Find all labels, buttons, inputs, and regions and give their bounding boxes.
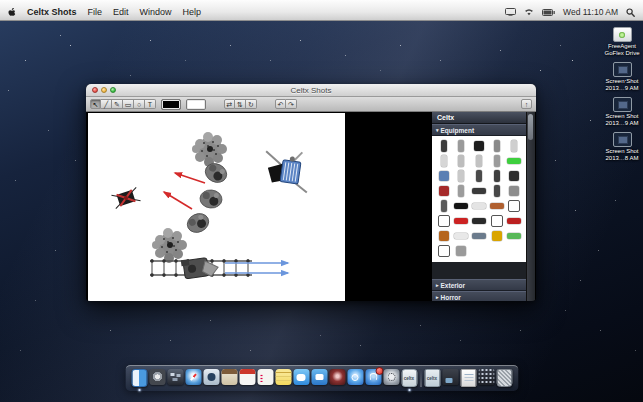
dock-item-documents-stack[interactable] bbox=[460, 369, 476, 388]
boulder-2[interactable] bbox=[199, 189, 222, 209]
camera-crane[interactable] bbox=[261, 147, 312, 192]
tool-button-line[interactable]: ╱ bbox=[101, 99, 112, 109]
arrange-button-flip-horizontal[interactable]: ⇄ bbox=[224, 99, 235, 109]
red-arrow-2[interactable] bbox=[164, 192, 192, 209]
dock-item-launchpad[interactable] bbox=[149, 369, 165, 388]
equipment-item-tank-small[interactable] bbox=[488, 169, 505, 183]
arrange-button-flip-vertical[interactable]: ⇅ bbox=[235, 99, 246, 109]
equipment-item-white-capsule[interactable] bbox=[471, 199, 488, 213]
dock-item-app-store[interactable] bbox=[365, 369, 381, 388]
history-button-undo[interactable]: ↶ bbox=[275, 99, 286, 109]
equipment-item-rifle[interactable] bbox=[471, 184, 488, 198]
equipment-item-truck[interactable] bbox=[488, 139, 505, 153]
apple-menu[interactable] bbox=[8, 8, 16, 17]
spotlight-icon[interactable] bbox=[626, 8, 635, 17]
section-exterior[interactable]: ▸ Exterior bbox=[432, 279, 526, 291]
equipment-item-red-bar[interactable] bbox=[453, 214, 470, 228]
equipment-item-dark-capsule[interactable] bbox=[471, 214, 488, 228]
desktop-icon-screen-shot-1[interactable]: Screen Shot2013…9 AM bbox=[603, 62, 641, 92]
dock-item-system-preferences[interactable] bbox=[383, 369, 399, 388]
equipment-item-blue-cap[interactable] bbox=[435, 169, 452, 183]
section-equipment[interactable]: ▾ Equipment bbox=[432, 124, 526, 136]
fill-color-well[interactable] bbox=[186, 99, 206, 110]
panel-toggle-button[interactable]: ↑ bbox=[521, 99, 532, 109]
red-arrow-1[interactable] bbox=[175, 173, 205, 183]
stroke-color-well[interactable] bbox=[161, 99, 181, 110]
tool-button-pencil[interactable]: ✎ bbox=[112, 99, 123, 109]
dock-item-safari[interactable] bbox=[185, 369, 201, 388]
menu-item[interactable]: File bbox=[88, 7, 103, 17]
equipment-item-motorcycle[interactable] bbox=[506, 169, 523, 183]
dock-item-applications-stack[interactable] bbox=[478, 369, 494, 388]
equipment-item-crate[interactable] bbox=[488, 199, 505, 213]
arrange-button-rotate[interactable]: ↻ bbox=[246, 99, 257, 109]
minimize-button[interactable] bbox=[101, 87, 107, 93]
equipment-item-soldier-2[interactable] bbox=[488, 184, 505, 198]
equipment-item-green-bar[interactable] bbox=[506, 154, 523, 168]
equipment-item-white-cart[interactable] bbox=[435, 244, 452, 258]
equipment-item-white-van[interactable] bbox=[488, 214, 505, 228]
title-bar[interactable]: Celtx Shots bbox=[86, 84, 536, 97]
menu-item[interactable]: Edit bbox=[113, 7, 129, 17]
crashed-vehicle[interactable] bbox=[111, 187, 140, 208]
bush-bottom[interactable] bbox=[152, 228, 187, 263]
tool-button-rectangle[interactable]: ▭ bbox=[123, 99, 134, 109]
dock-item-calendar[interactable] bbox=[239, 369, 255, 388]
equipment-item-ladder[interactable] bbox=[506, 139, 523, 153]
dock-item-facetime[interactable] bbox=[311, 369, 327, 388]
camera-dolly[interactable] bbox=[181, 255, 219, 280]
menu-app-name[interactable]: Celtx Shots bbox=[27, 7, 77, 17]
storyboard-canvas[interactable] bbox=[88, 113, 345, 301]
tool-button-ellipse[interactable]: ○ bbox=[134, 99, 145, 109]
dock-item-trash[interactable] bbox=[496, 369, 512, 388]
dock-item-celtx[interactable]: celtx bbox=[401, 369, 417, 388]
dock-item-celtx-project[interactable]: celtx bbox=[424, 369, 440, 388]
desktop-icon-screen-shot-2[interactable]: Screen Shot2013…9 AM bbox=[603, 97, 641, 127]
equipment-item-white-truck[interactable] bbox=[435, 214, 452, 228]
dock-item-mission-control[interactable] bbox=[167, 369, 183, 388]
section-horror[interactable]: ▸ Horror bbox=[432, 291, 526, 301]
equipment-item-white-arrow[interactable] bbox=[453, 229, 470, 243]
equipment-item-rope-curve-2[interactable] bbox=[471, 154, 488, 168]
equipment-item-marker-box[interactable] bbox=[506, 199, 523, 213]
equipment-item-soldier[interactable] bbox=[471, 169, 488, 183]
dock-item-photo-booth[interactable] bbox=[329, 369, 345, 388]
history-button-redo[interactable]: ↷ bbox=[286, 99, 297, 109]
equipment-item-pole[interactable] bbox=[453, 184, 470, 198]
dock-item-separator[interactable] bbox=[419, 369, 422, 388]
equipment-item-rope-hook[interactable] bbox=[453, 139, 470, 153]
menu-item[interactable]: Help bbox=[183, 7, 202, 17]
tool-button-text[interactable]: T bbox=[145, 99, 156, 109]
dock-item-contacts[interactable] bbox=[221, 369, 237, 388]
zoom-button[interactable] bbox=[110, 87, 116, 93]
equipment-item-ladder-frame[interactable] bbox=[435, 154, 452, 168]
equipment-item-gray-bar[interactable] bbox=[471, 229, 488, 243]
equipment-item-truck-2[interactable] bbox=[488, 154, 505, 168]
equipment-item-rope-curve[interactable] bbox=[453, 154, 470, 168]
equipment-item-cross-figure[interactable] bbox=[453, 244, 470, 258]
dock-item-reminders[interactable] bbox=[257, 369, 273, 388]
equipment-item-tank-top[interactable] bbox=[471, 139, 488, 153]
dock-item-finder[interactable] bbox=[131, 369, 147, 388]
equipment-item-red-box[interactable] bbox=[506, 214, 523, 228]
dock-item-mail[interactable] bbox=[203, 369, 219, 388]
equipment-item-brown-box[interactable] bbox=[435, 229, 452, 243]
desktop-icon-freeagent-goflex-drive[interactable]: FreeAgentGoFlex Drive bbox=[603, 27, 641, 57]
desktop-icon-screen-shot-3[interactable]: Screen Shot2013…8 AM bbox=[603, 132, 641, 162]
equipment-item-red-helmet[interactable] bbox=[435, 184, 452, 198]
battery-icon[interactable] bbox=[542, 9, 555, 16]
wifi-icon[interactable] bbox=[524, 8, 534, 16]
dock-item-itunes[interactable] bbox=[347, 369, 363, 388]
display-icon[interactable] bbox=[505, 8, 516, 16]
equipment-item-spider-rig[interactable] bbox=[506, 184, 523, 198]
equipment-item-green-capsule[interactable] bbox=[506, 229, 523, 243]
menu-item[interactable]: Window bbox=[140, 7, 172, 17]
equipment-item-figure[interactable] bbox=[435, 199, 452, 213]
close-button[interactable] bbox=[92, 87, 98, 93]
dock-item-notes[interactable] bbox=[275, 369, 291, 388]
equipment-item-helmet[interactable] bbox=[435, 139, 452, 153]
dock-item-folder-stack[interactable] bbox=[442, 369, 458, 388]
dock-item-messages[interactable] bbox=[293, 369, 309, 388]
panel-scrollbar[interactable] bbox=[526, 112, 535, 301]
equipment-item-black-patch[interactable] bbox=[453, 199, 470, 213]
